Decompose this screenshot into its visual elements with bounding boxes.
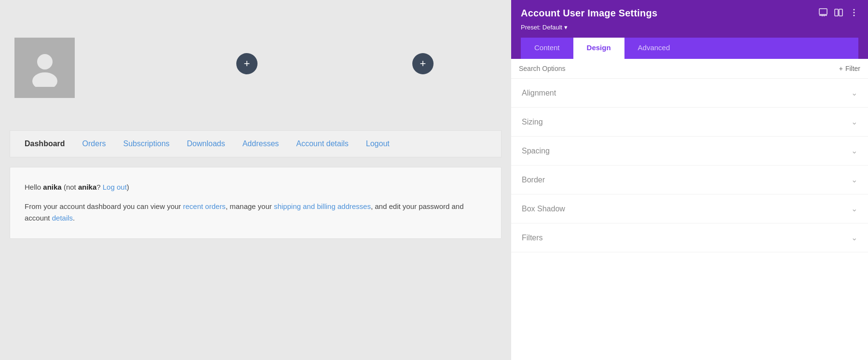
logout-link[interactable]: Log out xyxy=(103,183,127,191)
preset-chevron: ▾ xyxy=(564,24,568,31)
recent-orders-link[interactable]: recent orders xyxy=(183,202,226,210)
nav-item-account-details[interactable]: Account details xyxy=(287,139,357,148)
option-filters-label: Filters xyxy=(522,234,543,242)
svg-point-8 xyxy=(854,9,855,10)
tab-content[interactable]: Content xyxy=(521,38,573,59)
panel-header-top: Account User Image Settings xyxy=(521,8,858,19)
panel-title: Account User Image Settings xyxy=(521,8,657,19)
panel-header-icons xyxy=(819,8,858,19)
option-border[interactable]: Border ⌄ xyxy=(511,166,868,194)
desc-text: From your account dashboard you can view… xyxy=(25,201,487,224)
svg-point-1 xyxy=(32,72,57,87)
nav-item-subscriptions[interactable]: Subscriptions xyxy=(114,139,178,148)
panel-tabs: Content Design Advanced xyxy=(521,38,858,59)
option-alignment-label: Alignment xyxy=(522,89,556,97)
expand-icon[interactable] xyxy=(819,8,827,19)
svg-rect-6 xyxy=(835,9,838,16)
filter-plus-icon: + xyxy=(839,65,843,72)
nav-item-downloads[interactable]: Downloads xyxy=(178,139,234,148)
preset-label: Preset: Default xyxy=(521,24,562,31)
add-column-button-1[interactable]: + xyxy=(236,53,258,74)
nav-item-dashboard[interactable]: Dashboard xyxy=(25,139,74,148)
columns-icon[interactable] xyxy=(834,8,843,19)
option-spacing-label: Spacing xyxy=(522,147,550,155)
svg-point-10 xyxy=(854,14,855,16)
chevron-down-icon-filters: ⌄ xyxy=(851,233,857,242)
chevron-down-icon-alignment: ⌄ xyxy=(851,88,857,97)
filter-button[interactable]: + Filter xyxy=(839,65,860,72)
panel-header: Account User Image Settings xyxy=(511,0,868,59)
option-box-shadow[interactable]: Box Shadow ⌄ xyxy=(511,194,868,223)
nav-section: Dashboard Orders Subscriptions Downloads… xyxy=(10,130,502,157)
right-panel: Account User Image Settings xyxy=(511,0,868,360)
panel-search: + Filter xyxy=(511,59,868,79)
nav-items: Dashboard Orders Subscriptions Downloads… xyxy=(25,139,487,148)
plus-icon-2: + xyxy=(420,57,426,70)
more-icon[interactable] xyxy=(850,8,858,19)
main-area: + + Dashboard Orders Subscriptions Downl… xyxy=(0,0,511,360)
svg-point-0 xyxy=(37,54,53,69)
username-bold-2: anika xyxy=(78,183,96,191)
chevron-down-icon-border: ⌄ xyxy=(851,175,857,184)
option-sizing[interactable]: Sizing ⌄ xyxy=(511,108,868,137)
hello-text: Hello anika (not anika? Log out) xyxy=(25,182,487,193)
option-filters[interactable]: Filters ⌄ xyxy=(511,223,868,252)
tab-advanced[interactable]: Advanced xyxy=(624,38,684,59)
svg-point-9 xyxy=(854,12,855,13)
option-alignment[interactable]: Alignment ⌄ xyxy=(511,79,868,108)
chevron-down-icon-box-shadow: ⌄ xyxy=(851,204,857,213)
chevron-down-icon-spacing: ⌄ xyxy=(851,146,857,155)
chevron-down-icon-sizing: ⌄ xyxy=(851,117,857,126)
option-border-label: Border xyxy=(522,176,545,184)
search-input[interactable] xyxy=(519,65,839,72)
nav-item-addresses[interactable]: Addresses xyxy=(234,139,288,148)
add-column-button-2[interactable]: + xyxy=(412,53,434,74)
avatar xyxy=(14,38,75,98)
options-list: Alignment ⌄ Sizing ⌄ Spacing ⌄ Border ⌄ … xyxy=(511,79,868,360)
tab-design[interactable]: Design xyxy=(573,38,624,59)
nav-item-logout[interactable]: Logout xyxy=(357,139,398,148)
avatar-person-icon xyxy=(26,48,64,87)
nav-item-orders[interactable]: Orders xyxy=(74,139,115,148)
option-sizing-label: Sizing xyxy=(522,118,543,126)
filter-label: Filter xyxy=(845,65,860,72)
svg-rect-7 xyxy=(839,9,842,16)
account-details-link[interactable]: details xyxy=(52,214,73,222)
option-box-shadow-label: Box Shadow xyxy=(522,205,565,213)
preset-row[interactable]: Preset: Default ▾ xyxy=(521,24,858,31)
username-bold-1: anika xyxy=(43,183,61,191)
option-spacing[interactable]: Spacing ⌄ xyxy=(511,137,868,166)
shipping-billing-link[interactable]: shipping and billing addresses xyxy=(274,202,371,210)
top-section: + + xyxy=(0,0,511,130)
plus-icon-1: + xyxy=(244,57,250,70)
content-section: Hello anika (not anika? Log out) From yo… xyxy=(10,167,502,239)
svg-rect-2 xyxy=(819,9,827,14)
